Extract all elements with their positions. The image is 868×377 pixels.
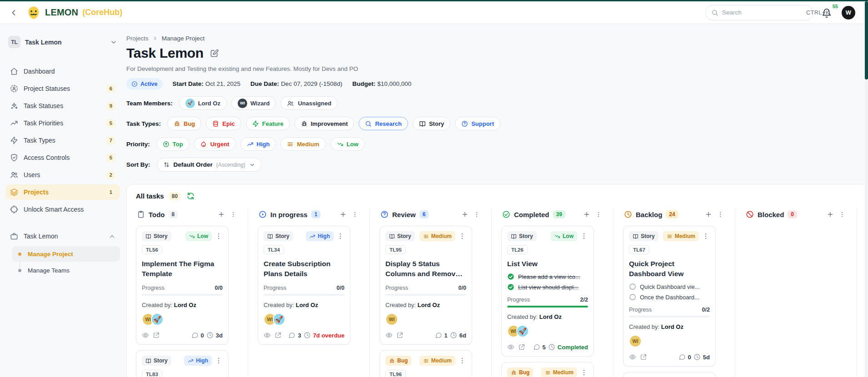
- eye-icon[interactable]: [629, 353, 636, 361]
- sidebar-subitem-manage-project[interactable]: Manage Project: [12, 246, 120, 262]
- add-task-button[interactable]: [825, 209, 835, 219]
- external-link-icon[interactable]: [640, 353, 647, 361]
- lane-menu-button[interactable]: [350, 209, 360, 219]
- app-logo[interactable]: LEMON (CoreHub): [26, 5, 122, 20]
- sidebar-item-access-controls[interactable]: Access Controls5: [5, 150, 120, 165]
- add-task-button[interactable]: [338, 209, 348, 219]
- status-label: Active: [140, 81, 158, 87]
- task-card-TL87[interactable]: StoryLowTL87: [623, 372, 716, 377]
- sort-dropdown[interactable]: Default Order (Ascending): [157, 158, 262, 172]
- sidebar-item-task-statuses[interactable]: Task Statuses9: [5, 98, 120, 114]
- assignee-avatar-rocket[interactable]: 🚀: [516, 325, 529, 337]
- refresh-icon[interactable]: [186, 192, 195, 200]
- task-card-TL56[interactable]: StoryLowTL56Implement The Figma Template…: [136, 226, 229, 345]
- task-type-chip-research[interactable]: Research: [359, 117, 408, 130]
- task-card-TL95[interactable]: StoryMediumTL95Display 5 Status Columns …: [379, 226, 472, 345]
- task-type-chip-story[interactable]: Story: [413, 117, 450, 130]
- task-card-TL66[interactable]: BugMediumTL66Organization name in the: [501, 362, 594, 377]
- plus-icon: [461, 211, 469, 218]
- sidebar-item-task-types[interactable]: Task Types7: [5, 133, 120, 148]
- add-task-button[interactable]: [582, 209, 592, 219]
- trending-up-icon: [10, 119, 18, 127]
- window-top-edge: [0, 0, 868, 1]
- external-link-icon[interactable]: [396, 332, 404, 339]
- sidebar-item-task-priorities[interactable]: Task Priorities5: [5, 115, 120, 131]
- breadcrumb-manage-project[interactable]: Manage Project: [162, 35, 205, 42]
- puzzle-icon: [10, 205, 18, 213]
- card-menu-icon[interactable]: [336, 232, 344, 240]
- task-type-chip-bug[interactable]: Bug: [167, 117, 201, 130]
- task-type-chip-support[interactable]: Support: [455, 117, 500, 130]
- card-menu-icon[interactable]: [580, 232, 588, 240]
- user-avatar[interactable]: W: [842, 6, 855, 20]
- card-type-chip: Bug: [507, 367, 533, 377]
- task-card-TL67[interactable]: StoryMediumTL67Quick Project Dashboard V…: [623, 226, 716, 367]
- eye-icon[interactable]: [264, 332, 271, 339]
- checklist-item[interactable]: Once the Dashboard...: [629, 293, 710, 301]
- priority-chip-medium[interactable]: Medium: [280, 137, 325, 151]
- sidebar-item-unlock-smart-access[interactable]: Unlock Smart Access: [5, 202, 120, 217]
- progress-bar: [629, 316, 710, 317]
- breadcrumb-projects[interactable]: Projects: [126, 35, 149, 42]
- project-switcher[interactable]: TL Task Lemon: [5, 34, 120, 50]
- task-type-chip-improvement[interactable]: Improvement: [294, 117, 354, 130]
- priority-chip-low[interactable]: Low: [330, 137, 365, 151]
- sidebar-item-projects[interactable]: Projects1: [5, 184, 120, 200]
- assignee-avatar-wi[interactable]: WI: [629, 335, 642, 347]
- add-task-button[interactable]: [216, 209, 226, 219]
- team-member-chip-wizard[interactable]: WIWizard: [231, 96, 276, 110]
- sidebar-section-task-lemon[interactable]: Task Lemon: [5, 229, 120, 243]
- lane-menu-button[interactable]: [715, 209, 725, 219]
- assignee-avatar-rocket[interactable]: 🚀: [273, 313, 285, 326]
- card-menu-icon[interactable]: [702, 232, 710, 240]
- task-card-TL96[interactable]: BugMediumTL96Search Functionality Error: [379, 350, 472, 377]
- member-avatar: WI: [238, 99, 247, 108]
- assignee-avatar-wi[interactable]: WI: [385, 313, 398, 326]
- lane-menu-button[interactable]: [837, 209, 847, 219]
- add-task-button[interactable]: [703, 209, 713, 219]
- assignee-avatar-rocket[interactable]: 🚀: [151, 313, 164, 326]
- team-member-chip-lord-oz[interactable]: 🚀Lord Oz: [179, 96, 227, 110]
- checklist-item[interactable]: List view should displ...: [507, 283, 588, 291]
- shield-icon: [10, 154, 18, 162]
- notifications-button[interactable]: 55: [822, 7, 833, 19]
- global-search[interactable]: CTRL+K: [705, 5, 813, 20]
- lane-menu-button[interactable]: [228, 209, 238, 219]
- checklist-item[interactable]: Quick Dashboard vie...: [629, 283, 710, 290]
- sidebar-item-dashboard[interactable]: Dashboard: [5, 64, 120, 79]
- external-link-icon[interactable]: [518, 343, 525, 351]
- card-menu-icon[interactable]: [215, 232, 223, 240]
- back-button[interactable]: [7, 6, 20, 19]
- lane-menu-button[interactable]: [472, 209, 482, 219]
- priority-chip-urgent[interactable]: Urgent: [194, 137, 236, 151]
- card-menu-icon[interactable]: [580, 368, 588, 377]
- search-input[interactable]: [722, 9, 803, 16]
- external-link-icon[interactable]: [153, 332, 160, 339]
- vertical-scrollbar-track[interactable]: [865, 1, 868, 377]
- status-badge[interactable]: Active: [126, 78, 163, 89]
- external-link-icon[interactable]: [274, 332, 282, 339]
- task-card-TL26[interactable]: StoryLowTL26List ViewPlease add a view i…: [501, 226, 594, 357]
- eye-icon[interactable]: [385, 332, 393, 339]
- team-members-row: Team Members: 🚀Lord OzWIWizardUnassigned: [126, 96, 868, 110]
- checklist-item[interactable]: Please add a view ico...: [507, 273, 588, 280]
- task-card-TL34[interactable]: StoryHighTL34Create Subscription Plans D…: [258, 226, 350, 345]
- edit-title-icon[interactable]: [210, 49, 219, 58]
- sidebar-subitem-manage-teams[interactable]: Manage Teams: [12, 263, 120, 278]
- task-type-chip-feature[interactable]: Feature: [246, 117, 290, 130]
- vertical-scrollbar-thumb[interactable]: [865, 1, 868, 79]
- priority-chip-high[interactable]: High: [240, 137, 276, 151]
- priority-chip-top[interactable]: Top: [156, 137, 190, 151]
- task-card-TL83[interactable]: StoryHighTL83Access Controls Permission: [136, 350, 229, 377]
- lane-menu-button[interactable]: [594, 209, 604, 219]
- sidebar-item-users[interactable]: Users2: [5, 167, 120, 183]
- card-menu-icon[interactable]: [458, 357, 466, 365]
- card-menu-icon[interactable]: [215, 357, 223, 365]
- card-menu-icon[interactable]: [458, 232, 466, 240]
- sidebar-item-project-statuses[interactable]: Project Statuses6: [5, 81, 120, 96]
- team-member-chip-unassigned[interactable]: Unassigned: [280, 96, 338, 110]
- eye-icon[interactable]: [142, 332, 149, 339]
- eye-icon[interactable]: [507, 343, 514, 351]
- add-task-button[interactable]: [460, 209, 470, 219]
- task-type-chip-epic[interactable]: Epic: [206, 117, 241, 130]
